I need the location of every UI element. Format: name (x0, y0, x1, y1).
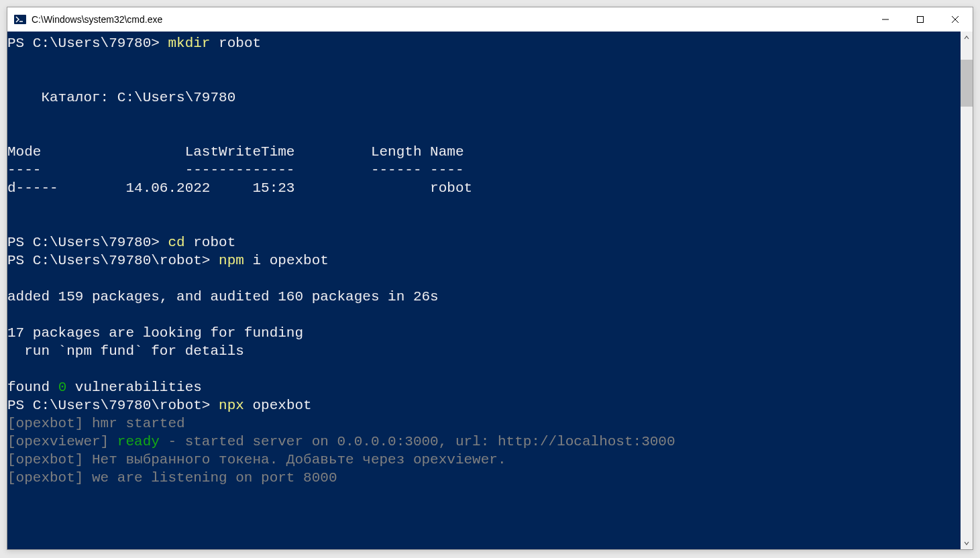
opexviewer-log: - started server on 0.0.0.0:3000, url: h… (160, 434, 675, 449)
vuln-count: 0 (58, 380, 67, 395)
command-arg: opexbot (252, 398, 311, 413)
command-arg: i opexbot (252, 253, 328, 268)
table-header: Mode LastWriteTime Length Name (7, 144, 464, 160)
table-row: d----- 14.06.2022 15:23 robot (7, 180, 472, 196)
opexbot-log: [opexbot] hmr started (7, 416, 185, 431)
opexbot-log: [opexbot] we are listening on port 8000 (7, 470, 337, 486)
npm-funding: 17 packages are looking for funding (7, 325, 303, 341)
prompt: PS C:\Users\79780> (7, 36, 168, 51)
minimize-button[interactable] (868, 7, 903, 32)
vuln-text: found (7, 380, 58, 395)
vuln-text: vulnerabilities (66, 380, 202, 395)
opexviewer-prefix: [opexviewer] (7, 434, 117, 449)
scroll-down-arrow-icon[interactable] (961, 537, 973, 549)
maximize-button[interactable] (903, 7, 938, 32)
prompt: PS C:\Users\79780\robot> (7, 398, 219, 413)
title-bar[interactable]: C:\Windows\system32\cmd.exe (7, 7, 973, 32)
svg-rect-3 (918, 17, 924, 23)
prompt: PS C:\Users\79780> (7, 235, 168, 250)
command-name: npx (219, 398, 252, 413)
cmd-window: C:\Windows\system32\cmd.exe PS C:\Users\… (7, 7, 973, 550)
scrollbar-track[interactable] (961, 44, 973, 537)
directory-header: Каталог: C:\Users\79780 (7, 90, 235, 105)
svg-rect-0 (14, 15, 26, 24)
command-name: cd (168, 235, 193, 250)
vertical-scrollbar[interactable] (961, 32, 973, 549)
opexbot-log: [opexbot] Нет выбранного токена. Добавьт… (7, 452, 506, 467)
scroll-up-arrow-icon[interactable] (961, 32, 973, 44)
close-button[interactable] (938, 7, 973, 32)
npm-funding: run `npm fund` for details (7, 343, 244, 359)
scrollbar-thumb[interactable] (961, 60, 973, 107)
npm-output: added 159 packages, and audited 160 pack… (7, 289, 439, 304)
prompt: PS C:\Users\79780\robot> (7, 253, 219, 268)
powershell-icon (14, 13, 26, 25)
ready-status: ready (117, 434, 160, 449)
window-controls (868, 7, 973, 32)
terminal-output[interactable]: PS C:\Users\79780> mkdir robot Каталог: … (7, 32, 961, 549)
table-divider: ---- ------------- ------ ---- (7, 162, 464, 178)
window-title: C:\Windows\system32\cmd.exe (32, 14, 868, 25)
command-name: mkdir (168, 36, 219, 51)
terminal-area: PS C:\Users\79780> mkdir robot Каталог: … (7, 32, 973, 549)
command-name: npm (219, 253, 252, 268)
command-arg: robot (219, 36, 261, 51)
command-arg: robot (193, 235, 235, 250)
